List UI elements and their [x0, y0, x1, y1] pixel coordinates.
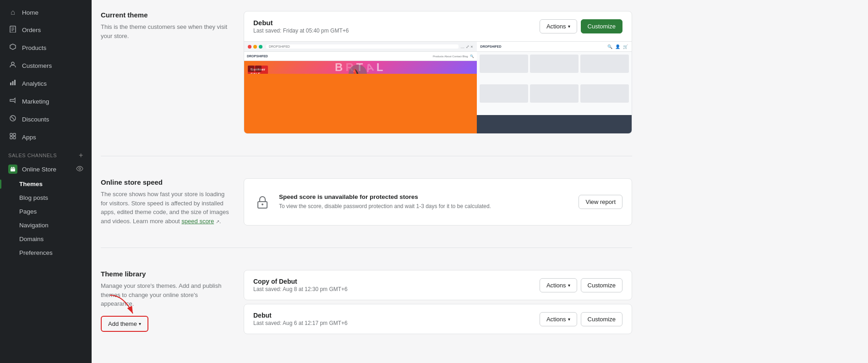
mockup-nav-links: Products About Contact Blog: [433, 55, 468, 58]
library-theme-name-1: Debut: [253, 312, 348, 319]
view-report-button[interactable]: View report: [579, 195, 622, 209]
browser-dot-red: [248, 45, 251, 49]
library-theme-customize-button-0[interactable]: Customize: [581, 278, 622, 292]
sidebar-item-orders[interactable]: Orders: [3, 21, 89, 38]
preview-right-nav: DROPSHIFED 🔍 👤 🛒: [477, 42, 632, 52]
sidebar-subitem-domains[interactable]: Domains: [3, 232, 89, 246]
svg-rect-5: [10, 82, 11, 85]
svg-point-19: [79, 168, 81, 170]
sidebar-subitem-navigation[interactable]: Navigation: [3, 219, 89, 232]
browser-dot-green: [259, 45, 262, 49]
library-theme-actions-button-0[interactable]: Actions ▾: [540, 278, 577, 292]
sidebar-item-apps[interactable]: Apps: [3, 128, 89, 146]
product-grid-mockup: [477, 52, 632, 115]
product-card-1: [480, 55, 528, 73]
library-theme-info-1: Debut Last saved: Aug 6 at 12:17 pm GMT+…: [253, 312, 348, 326]
sidebar-subitem-pages[interactable]: Pages: [3, 205, 89, 218]
sidebar-item-customers[interactable]: Customers: [3, 57, 89, 74]
svg-rect-18: [13, 167, 14, 168]
sidebar-subitem-blog-posts[interactable]: Blog posts: [3, 191, 89, 204]
sales-channels-header: SALES CHANNELS +: [0, 146, 92, 161]
online-store-item[interactable]: Online Store: [3, 161, 89, 177]
svg-point-21: [262, 204, 263, 205]
speed-score-link[interactable]: speed score: [181, 218, 214, 225]
preview-right-inner: DROPSHIFED 🔍 👤 🛒: [477, 42, 632, 133]
add-theme-button[interactable]: Add theme ▾: [102, 317, 147, 331]
svg-rect-6: [12, 81, 14, 85]
mockup-browser-bar: DROPSHIFED … ⤢ ×: [244, 42, 477, 52]
mockup-search-icon: 🔍: [470, 55, 474, 58]
library-theme-actions-button-1[interactable]: Actions ▾: [540, 312, 577, 326]
customers-icon: [8, 61, 17, 70]
speed-section-desc: The score shows how fast your store is l…: [101, 190, 229, 226]
speed-card: Speed score is unavailable for protected…: [244, 178, 632, 226]
theme-name: Debut: [253, 19, 349, 27]
sidebar-item-marketing-label: Marketing: [22, 98, 49, 105]
sidebar-item-analytics-label: Analytics: [22, 80, 47, 87]
theme-customize-button[interactable]: Customize: [581, 19, 622, 33]
sidebar: ⌂ Home Orders Products Customers Analy: [0, 0, 92, 363]
speed-description: Online store speed The score shows how f…: [101, 178, 229, 226]
main-content: Current theme This is the theme customer…: [92, 0, 868, 363]
preview-icon[interactable]: [76, 165, 83, 174]
sidebar-item-marketing[interactable]: Marketing: [3, 93, 89, 110]
theme-actions-button[interactable]: Actions ▾: [540, 19, 577, 33]
svg-point-4: [11, 62, 14, 65]
preview-mockup-left: DROPSHIFED … ⤢ × DROPSHIFED Products Abo…: [244, 42, 477, 133]
preview-right-footer: [477, 115, 632, 133]
mockup-url-bar: DROPSHIFED: [266, 44, 459, 49]
sidebar-item-home[interactable]: ⌂ Home: [3, 4, 89, 21]
add-sales-channel-button[interactable]: +: [79, 152, 83, 159]
analytics-icon: [8, 79, 17, 88]
svg-point-11: [14, 119, 15, 120]
current-theme-description: Current theme This is the theme customer…: [101, 11, 229, 134]
home-icon: ⌂: [8, 8, 17, 16]
product-card-6: [580, 84, 629, 103]
sidebar-item-discounts[interactable]: Discounts: [3, 110, 89, 128]
current-theme-card: Debut Last saved: Friday at 05:40 pm GMT…: [244, 11, 632, 134]
product-card-3: [580, 55, 629, 73]
orders-icon: [8, 25, 17, 34]
sidebar-subitem-preferences[interactable]: Preferences: [3, 246, 89, 259]
chevron-down-icon-0: ▾: [568, 283, 570, 288]
library-theme-customize-button-1[interactable]: Customize: [581, 312, 622, 326]
product-card-4: [480, 84, 528, 103]
sidebar-subitem-pages-label: Pages: [19, 208, 37, 215]
mockup-nav: DROPSHIFED Products About Contact Blog 🔍: [244, 52, 477, 61]
red-arrow: [105, 291, 142, 318]
chevron-down-icon: ▾: [568, 24, 570, 29]
product-card-2: [530, 55, 579, 73]
sidebar-subitem-blog-posts-label: Blog posts: [19, 194, 48, 201]
svg-rect-13: [13, 133, 16, 136]
sidebar-subitem-themes[interactable]: Themes: [3, 177, 89, 191]
preview-right-store-name: DROPSHIFED: [480, 45, 605, 48]
theme-card-header: Debut Last saved: Friday at 05:40 pm GMT…: [244, 11, 632, 42]
library-theme-card-0: Copy of Debut Last saved: Aug 8 at 12:30…: [244, 270, 632, 300]
theme-last-saved: Last saved: Friday at 05:40 pm GMT+6: [253, 28, 349, 34]
carousel-prev-btn[interactable]: ‹: [248, 66, 254, 72]
library-theme-name-0: Copy of Debut: [253, 278, 348, 285]
library-themes-list: Copy of Debut Last saved: Aug 8 at 12:30…: [244, 270, 632, 338]
library-theme-saved-0: Last saved: Aug 8 at 12:30 pm GMT+6: [253, 286, 348, 292]
preview-right-cart: 🛒: [623, 44, 628, 49]
sidebar-item-products[interactable]: Products: [3, 39, 89, 56]
preview-right-search: 🔍: [607, 44, 612, 49]
carousel-next-btn[interactable]: ›: [255, 66, 262, 72]
preview-right-account: 👤: [615, 44, 620, 49]
sidebar-item-customers-label: Customers: [22, 62, 52, 69]
sidebar-item-analytics[interactable]: Analytics: [3, 75, 89, 92]
discounts-icon: [8, 115, 17, 124]
add-theme-chevron-icon: ▾: [139, 321, 141, 326]
sidebar-subitem-themes-label: Themes: [19, 181, 43, 187]
sidebar-item-products-label: Products: [22, 44, 46, 51]
sidebar-item-discounts-label: Discounts: [22, 116, 49, 123]
theme-preview: DROPSHIFED … ⤢ × DROPSHIFED Products Abo…: [244, 42, 632, 133]
sidebar-subitem-preferences-label: Preferences: [19, 249, 53, 256]
apps-icon: [8, 132, 17, 142]
speed-card-title: Speed score is unavailable for protected…: [279, 193, 491, 200]
chevron-down-icon-1: ▾: [568, 317, 570, 322]
current-theme-title: Current theme: [101, 11, 229, 19]
external-link-icon: ↗: [216, 219, 219, 224]
theme-preview-left: DROPSHIFED … ⤢ × DROPSHIFED Products Abo…: [244, 42, 477, 133]
product-card-5: [530, 84, 579, 103]
